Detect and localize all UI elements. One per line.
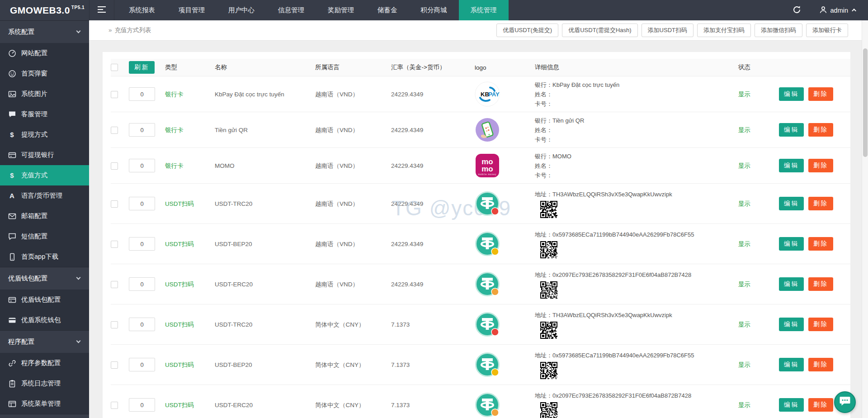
app-logo-version: TP5.1 <box>71 5 85 10</box>
row-checkbox[interactable] <box>111 127 118 134</box>
edit-button[interactable]: 编辑 <box>779 237 804 251</box>
sort-input[interactable] <box>129 237 155 251</box>
sidebar-item-4[interactable]: 客服管理 <box>0 104 89 124</box>
edit-button[interactable]: 编辑 <box>779 277 804 291</box>
sort-input[interactable] <box>129 398 155 412</box>
sidebar-group-0[interactable]: 系统配置 <box>0 20 89 43</box>
toolbar-button-1[interactable]: 优盾USDT(需提交Hash) <box>562 24 637 37</box>
delete-button[interactable]: 删除 <box>808 318 833 331</box>
edit-button[interactable]: 编辑 <box>779 87 804 101</box>
status-toggle[interactable]: 显示 <box>738 127 750 133</box>
status-toggle[interactable]: 显示 <box>738 281 750 288</box>
row-checkbox[interactable] <box>111 361 118 369</box>
delete-button[interactable]: 删除 <box>808 197 833 210</box>
edit-button[interactable]: 编辑 <box>779 398 804 412</box>
sort-input[interactable] <box>129 159 155 172</box>
delete-button[interactable]: 删除 <box>808 123 833 137</box>
row-checkbox[interactable] <box>111 321 118 328</box>
delete-button[interactable]: 删除 <box>808 237 833 251</box>
delete-button[interactable]: 删除 <box>808 87 833 101</box>
rate-label: 24229.4349 <box>391 281 423 288</box>
nav-item-6[interactable]: 积分商城 <box>409 0 459 20</box>
status-toggle[interactable]: 显示 <box>738 402 750 408</box>
delete-button[interactable]: 删除 <box>808 277 833 291</box>
status-toggle[interactable]: 显示 <box>738 321 750 328</box>
sidebar-item-3[interactable]: 系统图片 <box>0 84 89 104</box>
toolbar-button-0[interactable]: 优盾USDT(免提交) <box>496 24 558 37</box>
nav-item-3[interactable]: 信息管理 <box>266 0 316 20</box>
cell-language: 越南语（VND） <box>315 126 391 134</box>
row-checkbox[interactable] <box>111 91 118 98</box>
sidebar-item-9[interactable]: 邮箱配置 <box>0 206 89 226</box>
delete-button[interactable]: 删除 <box>808 398 833 412</box>
nav-item-7[interactable]: 系统管理 <box>459 0 509 20</box>
sort-input[interactable] <box>129 87 155 101</box>
sidebar-item-6[interactable]: 可提现银行 <box>0 145 89 165</box>
sort-input[interactable] <box>129 277 155 291</box>
sidebar-group-19[interactable]: 权限管理 <box>0 414 89 418</box>
edit-button[interactable]: 编辑 <box>779 197 804 210</box>
page-refresh-button[interactable] <box>790 5 804 16</box>
row-checkbox[interactable] <box>111 200 118 208</box>
sidebar-item-10[interactable]: 短信配置 <box>0 226 89 247</box>
sort-input[interactable] <box>129 358 155 371</box>
main-content: »充值方式列表 优盾USDT(免提交)优盾USDT(需提交Hash)添加USDT… <box>89 20 862 418</box>
edit-button[interactable]: 编辑 <box>779 318 804 331</box>
sort-input[interactable] <box>129 197 155 210</box>
popup-icon <box>8 70 16 78</box>
sidebar-group-15[interactable]: 程序配置 <box>0 330 89 353</box>
nav-item-2[interactable]: 用户中心 <box>217 0 266 20</box>
edit-button[interactable]: 编辑 <box>779 123 804 137</box>
sort-input[interactable] <box>129 123 155 137</box>
status-toggle[interactable]: 显示 <box>738 241 750 247</box>
sidebar-item-label: 系统日志管理 <box>21 379 61 388</box>
nav-item-0[interactable]: 系统报表 <box>117 0 167 20</box>
cell-sort <box>129 277 165 291</box>
edit-button[interactable]: 编辑 <box>779 358 804 371</box>
sidebar-item-16[interactable]: 程序参数配置 <box>0 353 89 373</box>
admin-menu[interactable]: admin <box>819 6 857 15</box>
rate-label: 24229.4349 <box>391 162 423 169</box>
sidebar-item-7[interactable]: $充值方式 <box>0 165 89 185</box>
type-label: USDT扫码 <box>165 200 194 207</box>
delete-button[interactable]: 删除 <box>808 159 833 172</box>
delete-button[interactable]: 删除 <box>808 358 833 371</box>
nav-item-5[interactable]: 储蓄金 <box>366 0 409 20</box>
sidebar-item-2[interactable]: 首页弹窗 <box>0 63 89 84</box>
table-refresh-button[interactable]: 刷新 <box>129 61 155 74</box>
sidebar-item-8[interactable]: A语言/货币管理 <box>0 185 89 206</box>
sidebar-group-12[interactable]: 优盾钱包配置 <box>0 267 89 290</box>
link-icon <box>8 359 16 367</box>
row-checkbox[interactable] <box>111 402 118 409</box>
sidebar-toggle-button[interactable] <box>89 0 114 20</box>
customer-service-button[interactable] <box>834 391 856 413</box>
status-toggle[interactable]: 显示 <box>738 200 750 207</box>
table-card: TG @yc099 刷新 类型 名称 所属语言 汇率（美金->货币） logo … <box>103 52 850 418</box>
toolbar-button-4[interactable]: 添加微信扫码 <box>755 24 802 37</box>
scrollbar-thumb[interactable] <box>863 48 868 157</box>
edit-button[interactable]: 编辑 <box>779 159 804 172</box>
sidebar-item-14[interactable]: 优盾系统钱包 <box>0 310 89 330</box>
vertical-scrollbar[interactable] <box>862 20 868 418</box>
sidebar-item-11[interactable]: 首页app下载 <box>0 247 89 267</box>
sidebar-item-18[interactable]: 系统菜单管理 <box>0 394 89 414</box>
toolbar-button-5[interactable]: 添加银行卡 <box>806 24 848 37</box>
sidebar-item-17[interactable]: 系统日志管理 <box>0 373 89 394</box>
toolbar-button-2[interactable]: 添加USDT扫码 <box>642 24 693 37</box>
row-checkbox[interactable] <box>111 162 118 170</box>
sidebar-item-5[interactable]: $提现方式 <box>0 124 89 145</box>
sidebar-item-13[interactable]: 优盾钱包配置 <box>0 290 89 310</box>
nav-item-4[interactable]: 奖励管理 <box>316 0 366 20</box>
select-all-checkbox[interactable] <box>111 64 118 71</box>
sidebar-item-1[interactable]: 网站配置 <box>0 43 89 63</box>
status-toggle[interactable]: 显示 <box>738 91 750 98</box>
sidebar-item-label: 首页弹窗 <box>21 69 47 78</box>
toolbar-button-3[interactable]: 添加支付宝扫码 <box>697 24 751 37</box>
row-checkbox[interactable] <box>111 241 118 248</box>
status-toggle[interactable]: 显示 <box>738 162 750 169</box>
nav-item-1[interactable]: 项目管理 <box>167 0 217 20</box>
sort-input[interactable] <box>129 318 155 331</box>
row-checkbox[interactable] <box>111 281 118 288</box>
status-toggle[interactable]: 显示 <box>738 361 750 368</box>
type-label: USDT扫码 <box>165 281 194 288</box>
